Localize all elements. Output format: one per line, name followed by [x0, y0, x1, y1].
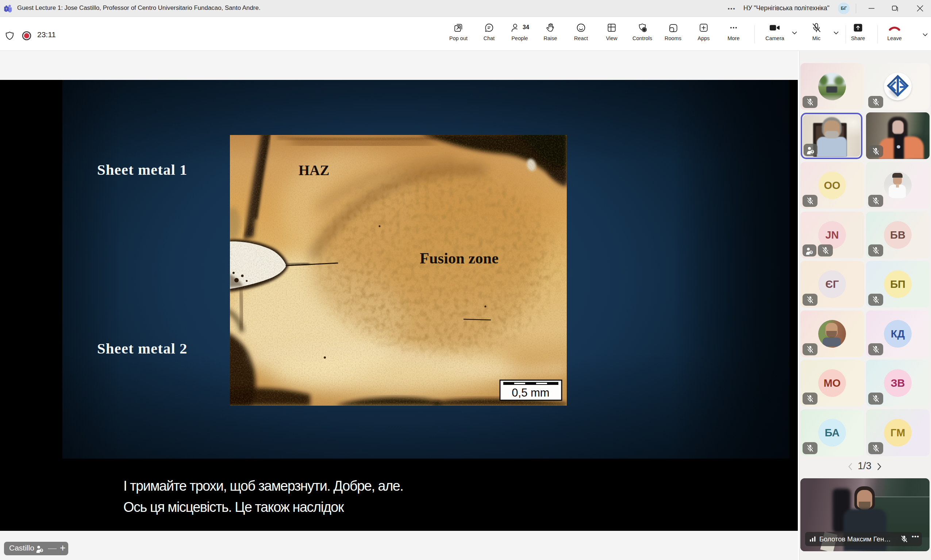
- svg-text:0,5 mm: 0,5 mm: [512, 386, 549, 399]
- svg-text:T: T: [6, 7, 8, 11]
- svg-text:Fusion zone: Fusion zone: [420, 249, 499, 267]
- svg-text:HAZ: HAZ: [299, 162, 329, 178]
